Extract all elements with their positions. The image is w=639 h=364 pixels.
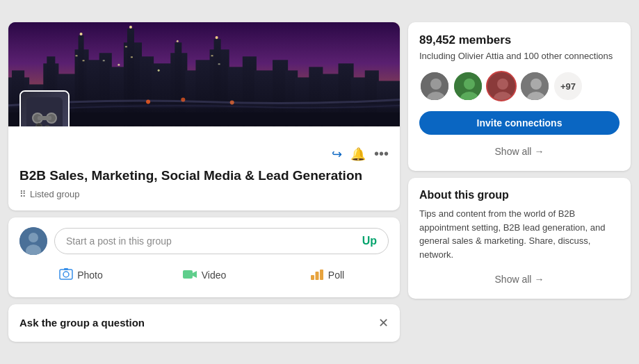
photo-action-btn[interactable]: Photo bbox=[19, 263, 143, 288]
post-input-row: Start a post in this group Up bbox=[19, 227, 389, 255]
svg-point-36 bbox=[129, 26, 132, 28]
member-avatars-row: +97 bbox=[419, 71, 620, 101]
bell-icon[interactable]: 🔔 bbox=[350, 147, 366, 162]
svg-marker-69 bbox=[193, 271, 197, 278]
svg-point-35 bbox=[80, 33, 83, 35]
svg-rect-13 bbox=[127, 28, 134, 126]
about-card: About this group Tips and content from t… bbox=[408, 178, 631, 299]
post-actions: Photo Video bbox=[19, 263, 389, 288]
members-card: 89,452 members Including Olivier Attia a… bbox=[408, 22, 631, 171]
svg-rect-46 bbox=[211, 56, 213, 57]
up-icon: Up bbox=[362, 235, 377, 247]
video-icon bbox=[182, 268, 197, 283]
member-avatar-4 bbox=[519, 71, 550, 101]
svg-point-37 bbox=[177, 40, 179, 42]
member-avatar-1 bbox=[419, 71, 450, 101]
close-ask-button[interactable]: ✕ bbox=[378, 315, 389, 331]
post-placeholder: Start a post in this group bbox=[66, 235, 172, 247]
current-user-avatar bbox=[19, 227, 47, 255]
group-logo bbox=[19, 90, 70, 126]
member-avatar-3 bbox=[486, 71, 517, 101]
about-description: Tips and content from the world of B2B a… bbox=[419, 207, 620, 261]
group-meta: ⠿ Listed group bbox=[19, 189, 389, 199]
svg-point-80 bbox=[497, 78, 508, 90]
share-icon[interactable]: ↪ bbox=[332, 147, 342, 162]
member-avatar-more: +97 bbox=[553, 71, 583, 101]
svg-rect-47 bbox=[218, 64, 220, 65]
svg-rect-42 bbox=[83, 60, 85, 62]
photo-label: Photo bbox=[77, 270, 103, 281]
members-count: 89,452 members bbox=[419, 33, 620, 47]
members-subtitle: Including Olivier Attia and 100 other co… bbox=[419, 50, 620, 63]
invite-connections-button[interactable]: Invite connections bbox=[419, 111, 620, 135]
about-show-all-label: Show all bbox=[495, 274, 532, 285]
banner-image bbox=[8, 22, 400, 126]
svg-rect-57 bbox=[38, 116, 51, 120]
poll-icon bbox=[310, 268, 324, 283]
ask-question-title: Ask the group a question bbox=[19, 317, 145, 329]
listed-group-icon: ⠿ bbox=[19, 189, 26, 199]
members-show-all-arrow: → bbox=[534, 146, 544, 157]
svg-point-83 bbox=[531, 78, 542, 90]
svg-point-51 bbox=[230, 101, 234, 105]
svg-rect-43 bbox=[103, 60, 105, 62]
svg-rect-70 bbox=[311, 275, 314, 280]
svg-point-49 bbox=[146, 100, 150, 104]
ask-question-card: Ask the group a question ✕ bbox=[8, 304, 400, 342]
about-show-all[interactable]: Show all → bbox=[419, 271, 620, 288]
logo-inner bbox=[21, 92, 68, 126]
svg-point-38 bbox=[216, 36, 218, 39]
poll-label: Poll bbox=[328, 270, 344, 281]
video-action-btn[interactable]: Video bbox=[143, 263, 266, 288]
svg-point-74 bbox=[430, 78, 442, 90]
svg-rect-52 bbox=[26, 97, 63, 126]
svg-rect-41 bbox=[76, 56, 78, 57]
logo-svg bbox=[26, 97, 63, 126]
svg-point-77 bbox=[464, 78, 475, 90]
more-icon[interactable]: ••• bbox=[374, 146, 389, 162]
group-card: ↪ 🔔 ••• B2B Sales, Marketing, Social Med… bbox=[8, 22, 400, 210]
members-show-all[interactable]: Show all → bbox=[419, 143, 620, 160]
group-title: B2B Sales, Marketing, Social Media & Lea… bbox=[19, 167, 389, 185]
video-label: Video bbox=[202, 270, 227, 281]
svg-point-40 bbox=[158, 69, 160, 72]
about-show-all-arrow: → bbox=[534, 274, 544, 285]
svg-rect-68 bbox=[183, 270, 193, 279]
right-panel: 89,452 members Including Olivier Attia a… bbox=[408, 22, 631, 342]
photo-icon bbox=[59, 267, 73, 283]
post-composer-card: Start a post in this group Up Photo bbox=[8, 217, 400, 297]
left-panel: ↪ 🔔 ••• B2B Sales, Marketing, Social Med… bbox=[8, 22, 400, 342]
svg-rect-45 bbox=[131, 57, 133, 58]
group-card-body: ↪ 🔔 ••• B2B Sales, Marketing, Social Med… bbox=[8, 126, 400, 210]
post-input-field[interactable]: Start a post in this group Up bbox=[54, 228, 389, 254]
group-type-label: Listed group bbox=[30, 189, 80, 199]
svg-point-66 bbox=[63, 272, 69, 277]
svg-rect-44 bbox=[125, 47, 127, 48]
svg-point-50 bbox=[181, 98, 185, 102]
svg-rect-71 bbox=[315, 272, 318, 280]
about-title: About this group bbox=[419, 189, 620, 201]
svg-point-39 bbox=[118, 64, 120, 66]
member-avatar-2 bbox=[453, 71, 483, 101]
group-actions: ↪ 🔔 ••• bbox=[19, 146, 389, 162]
poll-action-btn[interactable]: Poll bbox=[266, 263, 389, 288]
svg-rect-65 bbox=[60, 270, 72, 279]
svg-point-63 bbox=[29, 233, 38, 242]
svg-rect-67 bbox=[64, 268, 68, 270]
svg-rect-72 bbox=[320, 270, 323, 280]
members-show-all-label: Show all bbox=[495, 146, 532, 157]
page-wrapper: ↪ 🔔 ••• B2B Sales, Marketing, Social Med… bbox=[8, 22, 631, 342]
